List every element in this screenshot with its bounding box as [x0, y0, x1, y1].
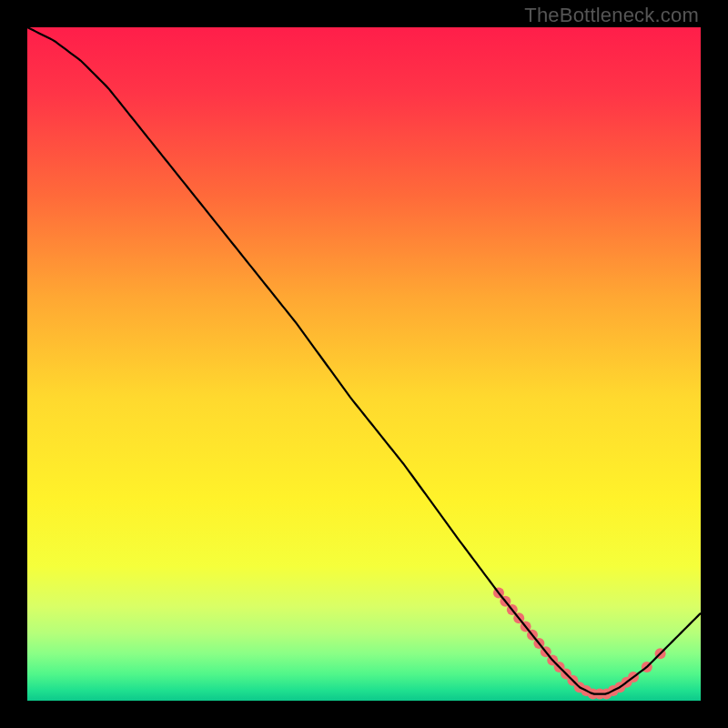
watermark-text: TheBottleneck.com [524, 4, 699, 27]
chart-frame: TheBottleneck.com [0, 0, 728, 728]
marker-dots [493, 588, 666, 700]
curve-layer [27, 27, 701, 701]
main-curve [27, 27, 701, 694]
plot-area [27, 27, 701, 701]
